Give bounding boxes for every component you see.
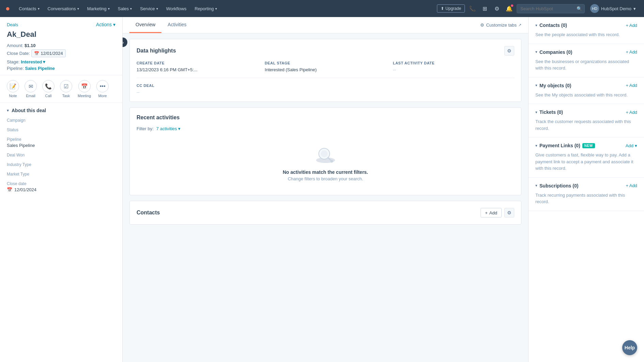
phone-icon[interactable]: 📞 bbox=[468, 4, 477, 13]
right-subscriptions-section: ▾ Subscriptions (0) + Add Track recurrin… bbox=[529, 178, 644, 211]
nav-conversations[interactable]: Conversations ▾ bbox=[44, 4, 82, 13]
field-deal-won: Deal Won bbox=[7, 153, 115, 157]
chevron-down-icon[interactable]: ▾ bbox=[535, 110, 537, 115]
right-payment-header: ▾ Payment Links (0) NEW Add ▾ bbox=[535, 143, 637, 148]
search-icon: 🔍 bbox=[577, 6, 582, 11]
data-highlights-settings-button[interactable]: ⚙ bbox=[504, 46, 514, 56]
chevron-down-icon[interactable]: ▾ bbox=[535, 23, 537, 28]
chevron-down-icon: ▾ bbox=[108, 7, 110, 11]
chevron-down-icon[interactable]: ▾ bbox=[535, 83, 537, 88]
highlight-last-activity: LAST ACTIVITY DATE -- bbox=[393, 61, 514, 72]
right-contacts-header: ▾ Contacts (0) + Add bbox=[535, 22, 637, 28]
task-icon: ☑ bbox=[60, 80, 72, 92]
gear-icon: ⚙ bbox=[480, 22, 484, 28]
call-icon: 📞 bbox=[42, 80, 54, 92]
task-button[interactable]: ☑ Task bbox=[60, 80, 72, 98]
chevron-down-icon: ▾ bbox=[77, 7, 79, 11]
help-button[interactable]: Help bbox=[622, 340, 637, 355]
email-button[interactable]: ✉ Email bbox=[25, 80, 37, 98]
meeting-icon: 📅 bbox=[78, 80, 91, 92]
note-icon: 📝 bbox=[7, 80, 19, 92]
notification-badge bbox=[511, 4, 513, 7]
chevron-down-icon: ▾ bbox=[215, 7, 217, 11]
right-companies-add-button[interactable]: + Add bbox=[626, 49, 637, 55]
call-button[interactable]: 📞 Call bbox=[42, 80, 54, 98]
deal-stage: Stage: Interested ▾ bbox=[7, 59, 115, 64]
activities-filter-dropdown[interactable]: 7 activities ▾ bbox=[156, 126, 180, 131]
right-contacts-add-button[interactable]: + Add bbox=[626, 23, 637, 28]
highlight-create-date: CREATE DATE 13/12/2023 6:16 PM GMT+5:... bbox=[137, 61, 258, 72]
right-panel: ▾ Contacts (0) + Add See the people asso… bbox=[528, 17, 644, 362]
grid-icon[interactable]: ⊞ bbox=[480, 4, 489, 13]
breadcrumb[interactable]: Deals bbox=[7, 22, 18, 27]
upgrade-button[interactable]: ⬆ Upgrade bbox=[437, 4, 465, 13]
nav-contacts[interactable]: Contacts ▾ bbox=[15, 4, 43, 13]
data-highlights-grid: CREATE DATE 13/12/2023 6:16 PM GMT+5:...… bbox=[137, 61, 514, 72]
right-tickets-add-button[interactable]: + Add bbox=[626, 110, 637, 115]
chevron-down-icon: ▾ bbox=[130, 7, 132, 11]
stage-dropdown[interactable]: Interested ▾ bbox=[21, 59, 45, 64]
right-contacts-section: ▾ Contacts (0) + Add See the people asso… bbox=[529, 17, 644, 44]
chevron-down-icon: ▾ bbox=[156, 7, 158, 11]
tab-overview[interactable]: Overview bbox=[129, 17, 161, 33]
more-button[interactable]: ••• More bbox=[96, 80, 109, 98]
meeting-button[interactable]: 📅 Meeting bbox=[78, 80, 91, 98]
right-tickets-header: ▾ Tickets (0) + Add bbox=[535, 109, 637, 115]
right-subscriptions-header: ▾ Subscriptions (0) + Add bbox=[535, 183, 637, 188]
about-section: ▾ About this deal Campaign Status Pipeli… bbox=[0, 103, 122, 202]
svg-point-4 bbox=[330, 160, 333, 163]
chevron-down-icon: ▾ bbox=[633, 6, 636, 11]
hubspot-logo[interactable]: ● bbox=[5, 4, 10, 13]
chevron-down-icon: ▾ bbox=[113, 22, 115, 27]
right-myobjects-add-button[interactable]: + Add bbox=[626, 83, 637, 88]
right-myobjects-header: ▾ My objects (0) + Add bbox=[535, 83, 637, 88]
note-button[interactable]: 📝 Note bbox=[7, 80, 19, 98]
recent-activities-card: Recent activities Filter by: 7 activitie… bbox=[129, 107, 521, 195]
chevron-down-icon[interactable]: ▾ bbox=[535, 183, 537, 188]
chevron-down-icon[interactable]: ▾ bbox=[535, 144, 537, 148]
chevron-down-icon: ▾ bbox=[43, 59, 45, 64]
tabs-bar: Overview Activities ⚙ Customize tabs ↗ bbox=[123, 17, 528, 33]
pipeline-link[interactable]: Sales Pipeline bbox=[25, 66, 55, 71]
top-navigation: ● Contacts ▾ Conversations ▾ Marketing ▾… bbox=[0, 0, 644, 17]
main-content-area: Data highlights ⚙ CREATE DATE 13/12/2023… bbox=[123, 33, 528, 236]
chevron-down-icon[interactable]: ▾ bbox=[535, 50, 537, 54]
field-pipeline: Pipeline Sales Pipeline bbox=[7, 137, 115, 148]
card-header: Data highlights ⚙ bbox=[137, 46, 514, 56]
email-icon: ✉ bbox=[25, 80, 37, 92]
nav-marketing[interactable]: Marketing ▾ bbox=[84, 4, 113, 13]
right-payment-section: ▾ Payment Links (0) NEW Add ▾ Give custo… bbox=[529, 137, 644, 178]
field-close-date: Close date 📅 12/01/2024 bbox=[7, 181, 115, 192]
settings-icon[interactable]: ⚙ bbox=[492, 4, 502, 13]
customize-tabs-button[interactable]: ⚙ Customize tabs ↗ bbox=[480, 22, 521, 28]
user-menu[interactable]: HD HubSpot Demo ▾ bbox=[587, 3, 639, 14]
contacts-add-button[interactable]: + Add bbox=[481, 208, 502, 217]
nav-workflows[interactable]: Workflows bbox=[163, 4, 190, 13]
search-input[interactable] bbox=[517, 4, 585, 13]
nav-reporting[interactable]: Reporting ▾ bbox=[191, 4, 220, 13]
right-companies-header: ▾ Companies (0) + Add bbox=[535, 49, 637, 55]
plus-icon: + bbox=[485, 210, 488, 215]
actions-button[interactable]: Actions ▾ bbox=[96, 22, 115, 27]
tab-activities[interactable]: Activities bbox=[161, 17, 192, 33]
about-header[interactable]: ▾ About this deal bbox=[7, 108, 115, 113]
right-payment-add-button[interactable]: Add ▾ bbox=[626, 143, 637, 148]
calendar-icon: 📅 bbox=[34, 51, 39, 56]
field-status: Status bbox=[7, 127, 115, 132]
highlight-deal-stage: DEAL STAGE Interested (Sales Pipeline) bbox=[265, 61, 386, 72]
nav-sales[interactable]: Sales ▾ bbox=[114, 4, 136, 13]
deal-pipeline: Pipeline: Sales Pipeline bbox=[7, 66, 115, 71]
chevron-down-icon: ▾ bbox=[178, 126, 180, 131]
upgrade-icon: ⬆ bbox=[441, 6, 444, 11]
svg-point-2 bbox=[321, 150, 328, 157]
nav-service[interactable]: Service ▾ bbox=[137, 4, 161, 13]
contacts-settings-button[interactable]: ⚙ bbox=[504, 208, 514, 217]
header-top-row: Deals Actions ▾ bbox=[7, 22, 115, 27]
empty-state-icon bbox=[312, 145, 339, 165]
chevron-down-icon: ▾ bbox=[635, 143, 637, 148]
close-date-field[interactable]: 📅 12/01/2024 bbox=[31, 49, 66, 57]
deal-close-date: Close Date: 📅 12/01/2024 bbox=[7, 49, 115, 57]
notifications-icon[interactable]: 🔔 bbox=[504, 4, 514, 13]
right-subscriptions-add-button[interactable]: + Add bbox=[626, 183, 637, 188]
field-market-type: Market Type bbox=[7, 172, 115, 177]
